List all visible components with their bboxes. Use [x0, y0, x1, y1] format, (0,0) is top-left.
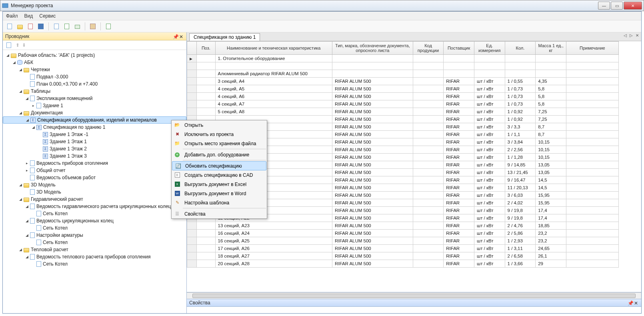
cell-pos[interactable]	[197, 222, 215, 230]
cell-code[interactable]	[413, 192, 444, 199]
cell-sup[interactable]: RIFAR	[444, 123, 474, 131]
cell-unit[interactable]: шт / кВт	[474, 85, 505, 93]
cell-type[interactable]: RIFAR ALUM 500	[332, 116, 413, 123]
cell-qty[interactable]: 1 / 3,66	[505, 260, 536, 268]
cell-name[interactable]: 17 секций, А26	[215, 245, 332, 252]
cell-qty[interactable]: 1 / 1,28	[505, 154, 536, 161]
cell-qty[interactable]: 1 / 0,55	[505, 78, 536, 85]
cell-sup[interactable]: RIFAR	[444, 78, 474, 85]
cell-code[interactable]	[413, 176, 444, 184]
cell-qty[interactable]: 9 / 16,47	[505, 176, 536, 184]
cell-type[interactable]: RIFAR ALUM 500	[332, 154, 413, 161]
cell-mass[interactable]	[536, 70, 566, 78]
cell-mass[interactable]	[536, 62, 566, 70]
cell-qty[interactable]: 2 / 4,76	[505, 222, 536, 230]
cell-note[interactable]	[566, 100, 618, 108]
nav-down-icon[interactable]: ⬇	[22, 42, 26, 48]
cell-code[interactable]	[413, 184, 444, 192]
row-header[interactable]	[187, 78, 197, 85]
cell-code[interactable]	[413, 100, 444, 108]
cell-qty[interactable]: 3 / 6,03	[505, 192, 536, 199]
cell-unit[interactable]: шт / кВт	[474, 230, 505, 237]
tree-explication[interactable]: ◢Экспликация помещений	[3, 95, 186, 102]
cell-mass[interactable]: 8,7	[536, 131, 566, 138]
cell-code[interactable]	[413, 146, 444, 154]
cell-type[interactable]: RIFAR ALUM 500	[332, 230, 413, 237]
table-row[interactable]: 3 секций, А4RIFAR ALUM 500RIFARшт / кВт1…	[187, 78, 619, 85]
cell-mass[interactable]: 8,7	[536, 123, 566, 131]
tree-b1f2[interactable]: ΣЗдание 1 Этаж 2	[3, 145, 186, 152]
col-supplier[interactable]: Поставщик	[444, 42, 474, 55]
cell-type[interactable]: RIFAR ALUM 500	[332, 108, 413, 116]
cell-code[interactable]	[413, 222, 444, 230]
tree-building1[interactable]: ▸Здание 1	[3, 102, 186, 109]
cell-mass[interactable]: 13,05	[536, 169, 566, 176]
cell-code[interactable]	[413, 85, 444, 93]
tb-6[interactable]	[62, 22, 71, 31]
table-row[interactable]: 4 секций, А7RIFAR ALUM 500RIFARшт / кВт1…	[187, 100, 619, 108]
cell-mass[interactable]: 24,65	[536, 245, 566, 252]
tab-tools[interactable]: ◁ ▷ ✕	[624, 33, 640, 38]
cell-name[interactable]: 16 секций, А24	[215, 230, 332, 237]
ctx-open[interactable]: 📂Открыть	[172, 120, 267, 130]
close-panel-icon[interactable]: ✕	[634, 300, 639, 305]
cell-mass[interactable]: 15,95	[536, 199, 566, 207]
cell-unit[interactable]	[474, 55, 505, 62]
cell-mass[interactable]: 5,8	[536, 93, 566, 100]
col-rowheader[interactable]	[187, 42, 197, 55]
cell-note[interactable]	[566, 245, 618, 252]
cell-code[interactable]	[413, 199, 444, 207]
cell-note[interactable]	[566, 70, 618, 78]
cell-note[interactable]	[566, 230, 618, 237]
cell-qty[interactable]: 2 / 6,58	[505, 252, 536, 260]
cell-unit[interactable]: шт / кВт	[474, 108, 505, 116]
cell-mass[interactable]: 17,4	[536, 207, 566, 214]
tree-thermal-list[interactable]: ◢Ведомость теплового расчета приборов от…	[3, 253, 186, 260]
cell-qty[interactable]: 9 / 14,85	[505, 161, 536, 169]
cell-type[interactable]: RIFAR ALUM 500	[332, 245, 413, 252]
tb-8[interactable]	[88, 22, 97, 31]
tb-open[interactable]	[16, 22, 24, 31]
cell-type[interactable]: RIFAR ALUM 500	[332, 78, 413, 85]
cell-note[interactable]	[566, 138, 618, 146]
cell-name[interactable]: 4 секций, А6	[215, 93, 332, 100]
cell-unit[interactable]: шт / кВт	[474, 154, 505, 161]
cell-pos[interactable]	[197, 237, 215, 245]
col-note[interactable]: Примечание	[566, 42, 618, 55]
cell-code[interactable]	[413, 93, 444, 100]
cell-sup[interactable]: RIFAR	[444, 230, 474, 237]
cell-type[interactable]: RIFAR ALUM 500	[332, 184, 413, 192]
cell-sup[interactable]: RIFAR	[444, 245, 474, 252]
cell-unit[interactable]: шт / кВт	[474, 199, 505, 207]
tree-3d-model[interactable]: 3D Модель	[3, 188, 186, 196]
cell-name[interactable]: 4 секций, А7	[215, 100, 332, 108]
tree-b1f3[interactable]: ΣЗдание 1 Этаж 3	[3, 152, 186, 160]
close-button[interactable]: ✕	[624, 2, 642, 10]
tree-net-boiler-4[interactable]: Сеть Котел	[3, 260, 186, 268]
col-type[interactable]: Тип, марка, обозначение документа, опрос…	[332, 42, 413, 55]
tab-spec[interactable]: Спецификация по зданию 1	[189, 33, 260, 41]
row-header[interactable]	[187, 93, 197, 100]
cell-type[interactable]	[332, 55, 413, 62]
cell-pos[interactable]	[197, 85, 215, 93]
cell-qty[interactable]: 1 / 0,73	[505, 85, 536, 93]
cell-unit[interactable]: шт / кВт	[474, 78, 505, 85]
cell-type[interactable]: RIFAR ALUM 500	[332, 138, 413, 146]
col-name[interactable]: Наименование и техническая характеристик…	[215, 42, 332, 55]
cell-unit[interactable]: шт / кВт	[474, 138, 505, 146]
cell-note[interactable]	[566, 199, 618, 207]
cell-sup[interactable]: RIFAR	[444, 192, 474, 199]
cell-name[interactable]: 5 секций, А8	[215, 108, 332, 116]
ctx-export-word[interactable]: WВыгрузить документ в Word	[172, 189, 267, 198]
menu-service[interactable]: Сервис	[39, 13, 56, 19]
cell-note[interactable]	[566, 237, 618, 245]
tree-abk[interactable]: ◢АБК	[3, 59, 186, 66]
tree-spec-b1[interactable]: ◢ΣСпецификация по зданию 1	[3, 124, 186, 131]
cell-note[interactable]	[566, 55, 618, 62]
row-header[interactable]	[187, 230, 197, 237]
row-header[interactable]	[187, 70, 197, 78]
cell-code[interactable]	[413, 237, 444, 245]
cell-code[interactable]	[413, 154, 444, 161]
col-qty[interactable]: Кол.	[505, 42, 536, 55]
cell-pos[interactable]	[197, 100, 215, 108]
